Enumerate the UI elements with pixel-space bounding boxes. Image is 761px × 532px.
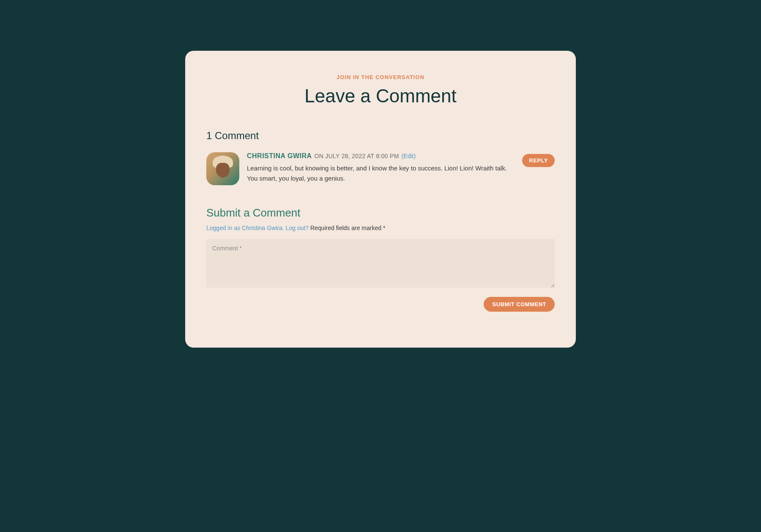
comment-header: CHRISTINA GWIRA ON JULY 28, 2022 AT 8:00…: [247, 152, 515, 160]
comment-body: CHRISTINA GWIRA ON JULY 28, 2022 AT 8:00…: [247, 152, 515, 184]
submit-comment-button[interactable]: SUBMIT COMMENT: [484, 297, 555, 312]
comment-author: CHRISTINA GWIRA: [247, 152, 312, 160]
comment-meta: ON JULY 28, 2022 AT 8:00 PM: [315, 153, 399, 159]
submit-comment-title: Submit a Comment: [206, 206, 555, 219]
login-status: Logged in as Christina Gwira. Log out? R…: [206, 225, 555, 231]
logout-link[interactable]: Log out?: [286, 225, 309, 231]
avatar: [206, 152, 239, 185]
comment-textarea[interactable]: [206, 239, 555, 288]
eyebrow-label: JOIN IN THE CONVERSATION: [206, 74, 555, 80]
page-title: Leave a Comment: [206, 85, 555, 107]
required-fields-text: Required fields are marked *: [309, 225, 385, 231]
comment-count: 1 Comment: [206, 130, 555, 142]
comment-section-card: JOIN IN THE CONVERSATION Leave a Comment…: [185, 51, 576, 348]
reply-button[interactable]: REPLY: [522, 154, 555, 167]
submit-row: SUBMIT COMMENT: [206, 297, 555, 312]
comment-item: CHRISTINA GWIRA ON JULY 28, 2022 AT 8:00…: [206, 152, 555, 185]
comment-text: Learning is cool, but knowing is better,…: [247, 163, 509, 184]
logged-in-link[interactable]: Logged in as Christina Gwira.: [206, 225, 286, 231]
edit-link[interactable]: (Edit): [402, 153, 416, 159]
